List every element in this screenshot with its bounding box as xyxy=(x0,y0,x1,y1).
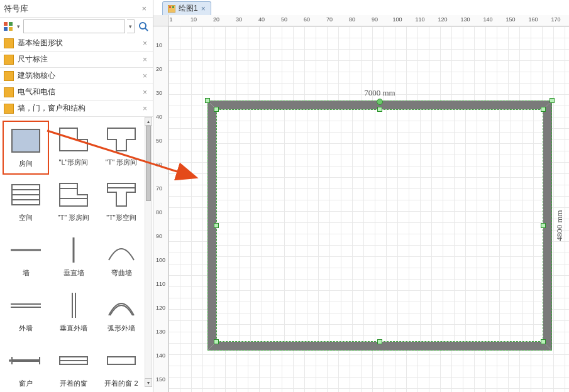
folder-icon xyxy=(4,87,14,97)
ruler-vertical[interactable]: 102030405060708090100110120130140150 xyxy=(153,26,168,392)
resize-handle[interactable] xyxy=(214,107,219,112)
scroll-thumb[interactable] xyxy=(146,126,151,201)
library-icon[interactable] xyxy=(3,21,14,32)
room-shape[interactable]: 7000 mm 4800 mm xyxy=(207,101,552,351)
library-dropdown-icon[interactable]: ▾ xyxy=(16,23,21,30)
resize-handle[interactable] xyxy=(214,339,219,344)
ruler-horizontal[interactable]: 1102030405060708090100110120130140150160… xyxy=(168,15,569,26)
category-row[interactable]: 基本绘图形状 × xyxy=(0,35,153,52)
shape-owindow[interactable]: 开着的窗 xyxy=(50,342,97,387)
category-row[interactable]: 建筑物核心 × xyxy=(0,68,153,84)
resize-handle[interactable] xyxy=(205,98,210,103)
shape-window[interactable]: 窗户 xyxy=(3,342,49,387)
shape-curve[interactable]: 弯曲墙 xyxy=(98,231,145,285)
shape-thumb xyxy=(55,234,92,266)
category-close-icon[interactable]: × xyxy=(141,104,149,113)
ruler-tick: 70 xyxy=(156,185,162,192)
ruler-tick: 60 xyxy=(304,16,310,23)
ruler-tick: 30 xyxy=(156,90,162,96)
ruler-tick: 110 xyxy=(415,16,424,23)
rotate-handle[interactable] xyxy=(377,99,383,105)
shape-thumb xyxy=(102,289,140,322)
ruler-tick: 90 xyxy=(372,16,378,23)
shape-thumb xyxy=(7,344,45,377)
ruler-corner xyxy=(153,15,168,26)
shape-label: 开着的窗 xyxy=(60,379,87,387)
ruler-tick: 140 xyxy=(156,352,165,359)
shape-thumb xyxy=(102,234,140,266)
scroll-track[interactable] xyxy=(145,126,152,378)
ruler-tick: 110 xyxy=(156,281,165,287)
category-row[interactable]: 墙，门，窗户和结构 × xyxy=(0,101,153,117)
resize-handle[interactable] xyxy=(541,223,546,228)
shape-label: "T" 形房间 xyxy=(58,214,90,221)
resize-handle[interactable] xyxy=(550,98,555,103)
resize-handle[interactable] xyxy=(377,107,382,112)
tab-drawing-1[interactable]: 绘图1 × xyxy=(162,1,211,15)
svg-point-4 xyxy=(140,23,146,29)
search-input[interactable] xyxy=(23,19,125,33)
search-icon[interactable] xyxy=(136,19,150,33)
shapes-scrollbar[interactable]: ▴ ▾ xyxy=(145,117,152,387)
resize-handle[interactable] xyxy=(541,107,546,112)
category-close-icon[interactable]: × xyxy=(141,88,149,97)
symbol-library-panel: 符号库 × ▾ ▾ 基本绘图形状 × 尺寸标注 × 建筑物核心 × 电气和电信 … xyxy=(0,0,153,392)
category-label: 电气和电信 xyxy=(18,87,141,97)
category-row[interactable]: 尺寸标注 × xyxy=(0,52,153,68)
resize-handle[interactable] xyxy=(377,339,382,344)
shape-tspace[interactable]: "T" 形房间 xyxy=(50,176,97,230)
shape-label: "L"形房间 xyxy=(59,158,89,166)
shape-thumb xyxy=(102,123,140,156)
ruler-tick: 60 xyxy=(156,161,162,168)
ruler-tick: 140 xyxy=(483,16,492,23)
drawing-canvas[interactable]: 7000 mm 4800 mm xyxy=(168,26,569,392)
ruler-tick: 20 xyxy=(156,66,162,72)
shape-thumb xyxy=(102,344,140,377)
tab-bar: 绘图1 × xyxy=(153,0,569,15)
ruler-tick: 1 xyxy=(169,16,172,23)
shape-lroom[interactable]: "L"形房间 xyxy=(50,121,97,175)
scroll-up-icon[interactable]: ▴ xyxy=(145,117,152,126)
shape-wall[interactable]: 墙 xyxy=(3,231,49,285)
shape-troom[interactable]: "T" 形房间 xyxy=(98,121,145,175)
room-interior xyxy=(216,109,543,342)
search-dropdown-icon[interactable]: ▾ xyxy=(127,19,135,33)
category-label: 墙，门，窗户和结构 xyxy=(18,103,141,114)
category-close-icon[interactable]: × xyxy=(141,72,149,80)
shape-label: 墙 xyxy=(23,269,30,276)
ruler-tick: 30 xyxy=(236,16,242,23)
category-close-icon[interactable]: × xyxy=(141,55,149,64)
shape-vwall[interactable]: 垂直墙 xyxy=(50,231,97,285)
search-bar: ▾ ▾ xyxy=(0,18,153,35)
category-row[interactable]: 电气和电信 × xyxy=(0,84,153,101)
tab-close-icon[interactable]: × xyxy=(201,4,206,13)
shape-owall[interactable]: 外墙 xyxy=(3,286,49,340)
ruler-tick: 40 xyxy=(258,16,265,23)
shape-label: "T"形空间 xyxy=(106,214,136,221)
close-icon[interactable]: × xyxy=(139,4,149,13)
shape-ovwall[interactable]: 垂直外墙 xyxy=(50,286,97,340)
ruler-tick: 160 xyxy=(528,16,538,23)
shapes-panel: 房间 "L"形房间 "T" 形房间 空间 "T" 形房间 "T"形空间 墙 垂直… xyxy=(0,117,153,387)
shape-room[interactable]: 房间 xyxy=(3,121,49,175)
shape-space[interactable]: 空间 xyxy=(3,176,49,230)
folder-icon xyxy=(4,55,14,65)
ruler-tick: 80 xyxy=(349,16,355,23)
scroll-down-icon[interactable]: ▾ xyxy=(145,378,152,387)
folder-icon xyxy=(4,71,14,81)
ruler-tick: 10 xyxy=(191,16,197,23)
shape-tshape[interactable]: "T"形空间 xyxy=(98,176,145,230)
ruler-tick: 130 xyxy=(156,329,165,335)
resize-handle[interactable] xyxy=(541,339,546,344)
ruler-tick: 80 xyxy=(156,209,162,215)
ruler-tick: 40 xyxy=(156,114,162,120)
shape-label: 开着的窗 2 xyxy=(104,379,138,387)
ruler-tick: 100 xyxy=(156,257,165,263)
shape-label: 房间 xyxy=(19,160,33,167)
ruler-tick: 10 xyxy=(156,42,162,48)
resize-handle[interactable] xyxy=(214,223,219,228)
category-close-icon[interactable]: × xyxy=(141,39,149,48)
shape-thumb xyxy=(55,344,92,377)
shape-owindow2[interactable]: 开着的窗 2 xyxy=(98,342,145,387)
shape-arc[interactable]: 弧形外墙 xyxy=(98,286,145,340)
